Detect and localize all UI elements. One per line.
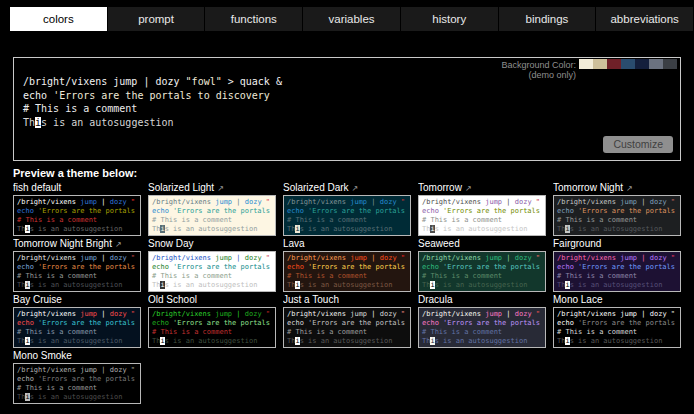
code-token: s is an autosuggestion (165, 225, 258, 233)
theme-card-lava[interactable]: Lava/bright/vixens jump | dozy "echo 'Er… (283, 238, 411, 292)
tab-colors[interactable]: colors (10, 7, 108, 31)
theme-preview[interactable]: /bright/vixens jump | dozy "echo 'Errors… (283, 307, 411, 348)
code-token: | (502, 310, 515, 318)
bg-swatch-3[interactable] (621, 59, 635, 69)
code-line: /bright/vixens jump | dozy " (557, 254, 677, 263)
code-token: # This is a comment (152, 328, 232, 336)
theme-card-solarized-dark[interactable]: Solarized Dark↗/bright/vixens jump | doz… (283, 182, 411, 236)
theme-preview[interactable]: /bright/vixens jump | dozy "echo 'Errors… (283, 251, 411, 292)
theme-preview[interactable]: /bright/vixens jump | dozy "echo 'Errors… (418, 307, 546, 348)
tab-abbreviations[interactable]: abbreviations (596, 7, 694, 31)
bg-swatch-6[interactable] (663, 59, 677, 69)
theme-preview[interactable]: /bright/vixens jump | dozy "echo 'Errors… (148, 251, 276, 292)
code-token: /bright/vixens (557, 310, 620, 318)
theme-name: Snow Day (148, 238, 276, 250)
code-token: s is an autosuggestion (30, 225, 123, 233)
code-line: # This is a comment (557, 272, 677, 281)
code-token: # This is a comment (287, 216, 367, 224)
code-token: quack (240, 76, 270, 87)
theme-card-bay-cruise[interactable]: Bay Cruise/bright/vixens jump | dozy "ec… (13, 294, 141, 348)
tab-prompt[interactable]: prompt (108, 7, 206, 31)
theme-preview[interactable]: /bright/vixens jump | dozy "echo 'Errors… (553, 307, 681, 348)
code-line: This is an autosuggestion (287, 281, 407, 290)
theme-card-mono-lace[interactable]: Mono Lace/bright/vixens jump | dozy "ech… (553, 294, 681, 348)
bg-swatch-0[interactable] (579, 59, 593, 69)
theme-name: Just a Touch (283, 294, 411, 306)
code-token: jump (215, 198, 232, 206)
code-line: This is an autosuggestion (557, 225, 677, 234)
code-line: echo 'Errors are the portals (17, 375, 137, 384)
code-token: dozy (110, 254, 127, 262)
theme-card-tomorrow-night[interactable]: Tomorrow Night↗/bright/vixens jump | doz… (553, 182, 681, 236)
code-line: This is an autosuggestion (152, 337, 272, 346)
customize-button[interactable]: Customize (603, 136, 673, 153)
tab-functions[interactable]: functions (205, 7, 303, 31)
bg-swatch-4[interactable] (635, 59, 649, 69)
tab-bindings[interactable]: bindings (499, 7, 597, 31)
theme-card-tomorrow[interactable]: Tomorrow↗/bright/vixens jump | dozy "ech… (418, 182, 546, 236)
theme-preview[interactable]: /bright/vixens jump | dozy "echo 'Errors… (418, 251, 546, 292)
code-token: echo (422, 263, 439, 271)
theme-preview[interactable]: /bright/vixens jump | dozy "echo 'Errors… (283, 195, 411, 236)
code-line: /bright/vixens jump | dozy " (17, 254, 137, 263)
theme-preview[interactable]: /bright/vixens jump | dozy "echo 'Errors… (13, 363, 141, 404)
bg-swatch-5[interactable] (649, 59, 663, 69)
theme-preview[interactable]: /bright/vixens jump | dozy "echo 'Errors… (418, 195, 546, 236)
external-link-icon[interactable]: ↗ (626, 184, 633, 193)
external-link-icon[interactable]: ↗ (217, 184, 224, 193)
theme-name: Old School (148, 294, 276, 306)
theme-card-dracula[interactable]: Dracula/bright/vixens jump | dozy "echo … (418, 294, 546, 348)
external-link-icon[interactable]: ↗ (352, 184, 359, 193)
code-token: echo (287, 207, 304, 215)
code-token: /bright/vixens (287, 198, 350, 206)
code-token: | (97, 198, 110, 206)
tab-history[interactable]: history (401, 7, 499, 31)
theme-preview[interactable]: /bright/vixens jump | dozy "echo 'Errors… (553, 195, 681, 236)
external-link-icon[interactable]: ↗ (115, 240, 122, 249)
theme-card-solarized-light[interactable]: Solarized Light↗/bright/vixens jump | do… (148, 182, 276, 236)
code-line: This is an autosuggestion (17, 337, 137, 346)
theme-preview[interactable]: /bright/vixens jump | dozy "echo 'Errors… (148, 307, 276, 348)
code-token: # This is a comment (557, 328, 637, 336)
theme-card-just-a-touch[interactable]: Just a Touch/bright/vixens jump | dozy "… (283, 294, 411, 348)
code-token: /bright/vixens (17, 198, 80, 206)
theme-preview[interactable]: /bright/vixens jump | dozy "echo 'Errors… (148, 195, 276, 236)
theme-preview[interactable]: /bright/vixens jump | dozy "echo 'Errors… (13, 251, 141, 292)
background-color-label-text: Background Color: (501, 60, 576, 70)
code-token: s is an autosuggestion (570, 337, 663, 345)
code-token: | (232, 254, 245, 262)
code-token: " (401, 310, 405, 318)
code-token: " (536, 198, 540, 206)
theme-preview[interactable]: /bright/vixens jump | dozy "echo 'Errors… (13, 195, 141, 236)
theme-card-tomorrow-night-bright[interactable]: Tomorrow Night Bright↗/bright/vixens jum… (13, 238, 141, 292)
theme-card-mono-smoke[interactable]: Mono Smoke/bright/vixens jump | dozy "ec… (13, 350, 141, 404)
theme-card-fairground[interactable]: Fairground/bright/vixens jump | dozy "ec… (553, 238, 681, 292)
theme-preview[interactable]: /bright/vixens jump | dozy "echo 'Errors… (553, 251, 681, 292)
external-link-icon[interactable]: ↗ (465, 184, 472, 193)
code-token: " (266, 254, 270, 262)
code-line: This is an autosuggestion (17, 225, 137, 234)
code-token: /bright/vixens (17, 366, 80, 374)
code-line: echo 'Errors are the portals (152, 207, 272, 216)
code-token: | (232, 310, 245, 318)
theme-card-old-school[interactable]: Old School/bright/vixens jump | dozy "ec… (148, 294, 276, 348)
code-token: 'Errors are the portals to discovery (53, 90, 270, 101)
tab-variables[interactable]: variables (303, 7, 401, 31)
theme-card-snow-day[interactable]: Snow Day/bright/vixens jump | dozy "echo… (148, 238, 276, 292)
theme-preview[interactable]: /bright/vixens jump | dozy "echo 'Errors… (13, 307, 141, 348)
code-token: # This is a comment (287, 328, 367, 336)
code-line: /bright/vixens jump | dozy " (287, 198, 407, 207)
code-token: s is an autosuggestion (435, 281, 528, 289)
theme-card-seaweed[interactable]: Seaweed/bright/vixens jump | dozy "echo … (418, 238, 546, 292)
code-token: # This is a comment (422, 216, 502, 224)
code-token: /bright/vixens (557, 198, 620, 206)
bg-swatch-1[interactable] (593, 59, 607, 69)
code-token: " (131, 366, 135, 374)
code-token: dozy (515, 198, 532, 206)
code-token: /bright/vixens (17, 310, 80, 318)
code-token: " (266, 310, 270, 318)
code-token: dozy (155, 76, 179, 87)
code-token: 'Errors are the portals (578, 319, 675, 327)
bg-swatch-2[interactable] (607, 59, 621, 69)
theme-card-fish-default[interactable]: fish default/bright/vixens jump | dozy "… (13, 182, 141, 236)
